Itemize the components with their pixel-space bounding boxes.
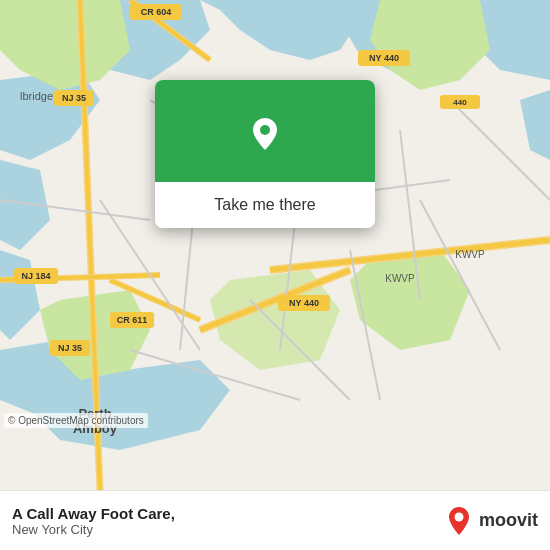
location-title: A Call Away Foot Care, xyxy=(12,505,175,522)
take-me-there-button[interactable]: Take me there xyxy=(155,182,375,228)
svg-point-36 xyxy=(454,512,463,521)
svg-text:NJ 35: NJ 35 xyxy=(62,93,86,103)
map-container[interactable]: CR 604 NY 440 440 NY 440 NJ 35 NJ 35 NJ … xyxy=(0,0,550,490)
svg-text:KWVP: KWVP xyxy=(455,249,485,260)
bottom-bar: A Call Away Foot Care, New York City moo… xyxy=(0,490,550,550)
svg-text:NJ 35: NJ 35 xyxy=(58,343,82,353)
svg-point-35 xyxy=(260,125,270,135)
svg-text:CR 604: CR 604 xyxy=(141,7,172,17)
moovit-icon xyxy=(443,505,475,537)
svg-text:NY 440: NY 440 xyxy=(369,53,399,63)
svg-text:KWVP: KWVP xyxy=(385,273,415,284)
bottom-location-info: A Call Away Foot Care, New York City xyxy=(12,505,175,537)
svg-text:440: 440 xyxy=(453,98,467,107)
popup-card: Take me there xyxy=(155,80,375,228)
location-pin-icon xyxy=(239,108,291,160)
svg-text:NY 440: NY 440 xyxy=(289,298,319,308)
svg-text:NJ 184: NJ 184 xyxy=(21,271,50,281)
svg-text:CR 611: CR 611 xyxy=(117,315,148,325)
osm-credit: © OpenStreetMap contributors xyxy=(4,413,148,428)
moovit-logo: moovit xyxy=(443,505,538,537)
svg-text:lbridge: lbridge xyxy=(20,90,53,102)
location-city: New York City xyxy=(12,522,175,537)
moovit-label: moovit xyxy=(479,510,538,531)
popup-green-area xyxy=(155,80,375,182)
